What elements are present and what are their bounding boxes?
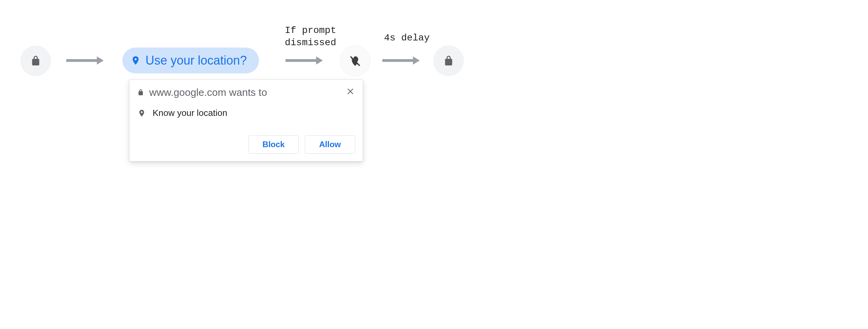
svg-point-2 [135, 58, 137, 60]
arrow-3 [382, 54, 420, 67]
prompt-permission-text: Know your location [153, 108, 227, 118]
location-off-icon [349, 55, 361, 67]
svg-point-3 [141, 111, 143, 113]
svg-marker-1 [97, 56, 104, 65]
location-chip-label: Use your location? [145, 53, 247, 68]
svg-marker-5 [316, 56, 323, 65]
arrow-2 [285, 54, 323, 67]
allow-button[interactable]: Allow [305, 135, 355, 154]
prompt-title: www.google.com wants to [149, 87, 355, 98]
annotation-delay: 4s delay [384, 32, 430, 44]
location-blocked-badge [340, 46, 370, 76]
location-chip[interactable]: Use your location? [122, 48, 259, 73]
arrow-1 [66, 54, 104, 67]
lock-icon [30, 55, 42, 67]
lock-icon [137, 89, 144, 96]
annotation-dismissed: If prompt dismissed [285, 24, 336, 49]
permission-prompt: www.google.com wants to Know your locati… [129, 80, 363, 161]
lock-icon [442, 55, 455, 67]
block-button[interactable]: Block [248, 135, 299, 154]
location-pin-icon [131, 55, 141, 66]
close-button[interactable] [344, 85, 357, 98]
close-icon [346, 87, 354, 96]
lock-state-badge [20, 46, 51, 76]
lock-state-badge-final [433, 46, 464, 76]
location-pin-icon [138, 109, 146, 117]
svg-marker-8 [413, 56, 420, 65]
